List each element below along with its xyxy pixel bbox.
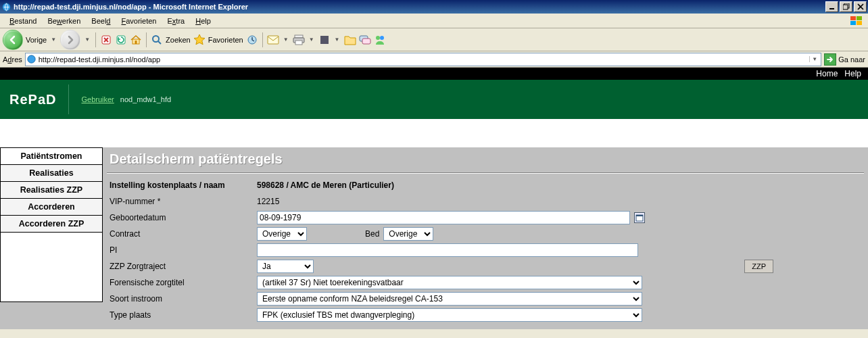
select-type-plaats[interactable]: FPK (exclusief TBS met dwangverpleging) — [257, 308, 642, 322]
label-soort-instroom: Soort instroom — [110, 294, 257, 304]
address-field[interactable]: ▼ — [25, 53, 822, 66]
select-bed[interactable]: Overige — [383, 227, 433, 241]
svg-rect-25 — [636, 215, 643, 216]
header-divider — [68, 84, 69, 114]
window-restore-button[interactable] — [840, 1, 852, 12]
page-icon — [27, 55, 37, 64]
window-close-button[interactable] — [854, 1, 867, 12]
edit-dropdown[interactable]: ▼ — [333, 37, 341, 43]
nav-home[interactable]: Home — [816, 69, 838, 78]
select-contract[interactable]: Overige — [257, 227, 307, 241]
mail-icon[interactable] — [267, 34, 279, 46]
svg-rect-11 — [135, 41, 137, 44]
windows-logo-icon — [849, 15, 864, 27]
forward-button[interactable] — [60, 30, 80, 50]
go-label: Ga naar — [838, 55, 865, 64]
sidebar-tab-realisaties[interactable]: Realisaties — [1, 165, 102, 182]
main-panel: Detailscherm patiëntregels Instelling ko… — [103, 147, 868, 329]
svg-rect-18 — [320, 36, 329, 44]
svg-rect-7 — [857, 21, 862, 25]
sidebar-tab-patientstromen[interactable]: Patiëntstromen — [1, 148, 102, 165]
sidebar: Patiëntstromen Realisaties Realisaties Z… — [0, 147, 103, 302]
favorites-label[interactable]: Favorieten — [208, 36, 243, 44]
nav-help[interactable]: Help — [844, 69, 861, 78]
menu-extra[interactable]: Extra — [162, 16, 190, 26]
favorites-star-icon[interactable] — [193, 34, 206, 46]
svg-point-22 — [380, 36, 384, 40]
label-vip: VIP-nummer * — [110, 197, 257, 206]
label-bed: Bed — [365, 229, 379, 239]
svg-rect-3 — [843, 5, 848, 9]
menu-bar: Bestand Bewerken Beeld Favorieten Extra … — [0, 14, 868, 28]
back-label: Vorige — [26, 36, 47, 44]
input-pi[interactable] — [257, 243, 638, 257]
select-forensische-zorgtitel[interactable]: (artikel 37 Sr) Niet toerekeningsvatbaar — [257, 276, 642, 289]
label-contract: Contract — [110, 229, 257, 239]
brand-logo: RePaD — [9, 92, 56, 107]
select-soort-instroom[interactable]: Eerste opname conform NZA beleidsregel C… — [257, 292, 642, 306]
user-box: Gebruiker nod_mdw1_hfd — [81, 95, 171, 103]
label-pi: PI — [110, 245, 257, 255]
forward-dropdown[interactable]: ▼ — [83, 37, 91, 43]
svg-rect-15 — [295, 35, 303, 38]
detail-form: Instelling kostenplaats / naam 598628 / … — [103, 178, 868, 322]
address-input[interactable] — [39, 55, 810, 64]
search-icon[interactable] — [151, 34, 163, 46]
stop-icon[interactable] — [100, 34, 112, 46]
search-label[interactable]: Zoeken — [166, 36, 191, 44]
svg-point-12 — [153, 36, 159, 42]
svg-rect-14 — [268, 36, 279, 44]
label-geboortedatum: Geboortedatum — [110, 213, 257, 222]
label-type-plaats: Type plaats — [110, 310, 257, 320]
edit-icon[interactable] — [318, 34, 331, 46]
menu-help[interactable]: Help — [190, 16, 216, 26]
app-header: RePaD Gebruiker nod_mdw1_hfd — [0, 80, 868, 119]
input-geboortedatum[interactable] — [257, 211, 630, 224]
window-title: http://repad-test.dji.minjus.nl/nod/app … — [14, 3, 825, 11]
window-minimize-button[interactable] — [825, 1, 838, 12]
history-icon[interactable] — [246, 34, 258, 46]
menu-bestand[interactable]: Bestand — [4, 16, 42, 26]
address-dropdown[interactable]: ▼ — [809, 56, 819, 62]
svg-rect-20 — [362, 39, 370, 44]
label-forensische-zorgtitel: Forensische zorgtitel — [110, 278, 257, 287]
print-icon[interactable] — [293, 34, 305, 46]
ie-toolbar: Vorige ▼ ▼ Zoeken Favorieten ▼ ▼ ▼ — [0, 28, 868, 51]
zzp-button[interactable]: ZZP — [744, 260, 773, 273]
discuss-icon[interactable] — [359, 34, 371, 46]
user-label[interactable]: Gebruiker — [81, 95, 114, 103]
menu-beeld[interactable]: Beeld — [86, 16, 116, 26]
menu-bewerken[interactable]: Bewerken — [42, 16, 86, 26]
svg-rect-1 — [829, 8, 834, 9]
title-divider — [107, 172, 864, 174]
app-top-nav: Home Help — [0, 68, 868, 80]
select-zzp-zorgtraject[interactable]: Ja — [257, 260, 314, 273]
value-instelling: 598628 / AMC de Meren (Particulier) — [257, 180, 394, 190]
address-bar: Adres ▼ Ga naar — [0, 51, 868, 68]
svg-rect-4 — [850, 16, 856, 20]
print-dropdown[interactable]: ▼ — [308, 37, 316, 43]
svg-rect-5 — [857, 16, 862, 20]
svg-rect-17 — [295, 41, 302, 45]
home-icon[interactable] — [130, 34, 142, 46]
mail-dropdown[interactable]: ▼ — [282, 37, 290, 43]
svg-point-23 — [28, 55, 35, 62]
refresh-icon[interactable] — [115, 34, 127, 46]
sidebar-tab-accorderen[interactable]: Accorderen — [1, 199, 102, 216]
messenger-icon[interactable] — [374, 34, 386, 46]
back-button[interactable] — [3, 30, 23, 50]
folder-icon[interactable] — [344, 34, 356, 46]
user-value: nod_mdw1_hfd — [120, 95, 171, 103]
sidebar-tab-realisaties-zzp[interactable]: Realisaties ZZP — [1, 182, 102, 199]
address-label: Adres — [3, 55, 22, 64]
svg-rect-6 — [850, 21, 856, 25]
sidebar-tab-accorderen-zzp[interactable]: Accorderen ZZP — [1, 216, 102, 233]
svg-point-21 — [376, 36, 380, 40]
label-zzp-zorgtraject: ZZP Zorgtraject — [110, 262, 257, 271]
back-dropdown[interactable]: ▼ — [49, 37, 57, 43]
calendar-icon[interactable] — [634, 212, 645, 223]
window-titlebar: http://repad-test.dji.minjus.nl/nod/app … — [0, 0, 868, 14]
menu-favorieten[interactable]: Favorieten — [116, 16, 162, 26]
page-title: Detailscherm patiëntregels — [103, 147, 868, 172]
go-button[interactable]: Ga naar — [824, 53, 865, 66]
